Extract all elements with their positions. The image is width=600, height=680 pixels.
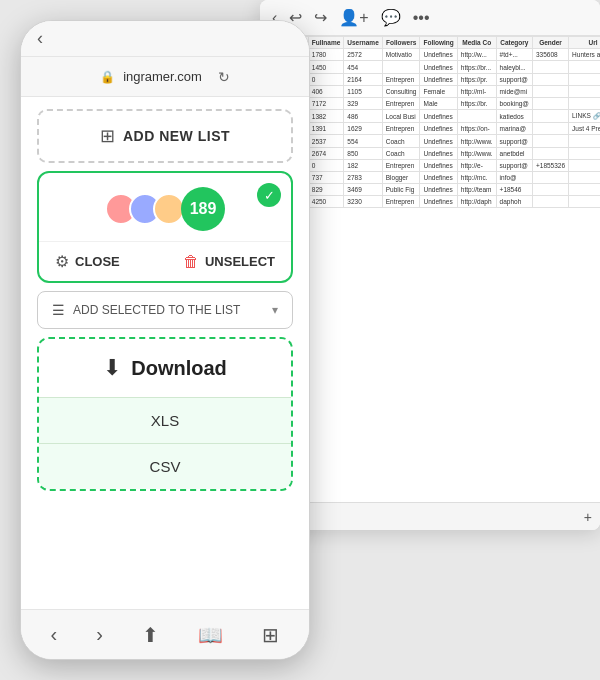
browser-address-bar[interactable]: 🔒 ingramer.com ↻ <box>21 57 309 97</box>
table-cell: Coach <box>382 135 420 148</box>
download-section: ⬇ Download XLS CSV <box>37 337 293 491</box>
col-header-gender: Gender <box>532 37 568 49</box>
table-cell <box>532 196 568 208</box>
table-cell: support@ <box>496 74 532 86</box>
table-cell: info@ <box>496 172 532 184</box>
table-cell: Undefines <box>420 49 457 61</box>
nav-tabs-icon[interactable]: ⊞ <box>254 619 287 651</box>
col-header-fullname: Fullname <box>308 37 344 49</box>
table-cell: https://br... <box>457 61 496 74</box>
col-header-following: Following <box>420 37 457 49</box>
spreadsheet-grid: Insta Id Fullname Username Followers Fol… <box>260 36 600 526</box>
table-cell <box>532 86 568 98</box>
table-cell: 2674 <box>308 148 344 160</box>
table-row: 1287118293469Public FigUndefineshttp://t… <box>261 184 601 196</box>
list-card: 189 ✓ ⚙ CLOSE 🗑 UNSELECT <box>37 171 293 283</box>
sheet-add-button[interactable]: + <box>584 509 592 525</box>
table-cell: #td+... <box>496 49 532 61</box>
nav-forward-icon[interactable]: › <box>88 619 111 650</box>
table-cell: Local Busi <box>382 110 420 123</box>
phone-top-bar: ‹ <box>21 21 309 57</box>
col-header-mediaco: Media Co <box>457 37 496 49</box>
table-cell: 4250 <box>308 196 344 208</box>
table-cell <box>532 61 568 74</box>
close-button-label: CLOSE <box>75 254 120 269</box>
table-cell: Undefines <box>420 110 457 123</box>
table-cell <box>569 61 600 74</box>
table-cell: Entrepren <box>382 160 420 172</box>
table-cell: 1105 <box>344 86 382 98</box>
nav-book-icon[interactable]: 📖 <box>190 619 231 651</box>
table-cell: http://www. <box>457 148 496 160</box>
add-selected-label: ☰ ADD SELECTED TO THE LIST <box>52 302 240 318</box>
phone-frame: ‹ 🔒 ingramer.com ↻ ⊞ ADD NEW LIST 189 ✓ <box>20 20 310 660</box>
table-cell: http://team <box>457 184 496 196</box>
csv-option[interactable]: CSV <box>39 443 291 489</box>
table-cell: Entrepren <box>382 196 420 208</box>
list-icon: ☰ <box>52 302 65 318</box>
table-cell: Hunters a <box>569 49 600 61</box>
table-cell: 1780 <box>308 49 344 61</box>
table-cell: Motivatio <box>382 49 420 61</box>
table-cell: Entrepren <box>382 98 420 110</box>
table-cell: 7172 <box>308 98 344 110</box>
nav-back-icon[interactable]: ‹ <box>43 619 66 650</box>
phone-back-icon[interactable]: ‹ <box>37 28 43 49</box>
table-cell: Female <box>420 86 457 98</box>
table-cell: http://daph <box>457 196 496 208</box>
unselect-button[interactable]: 🗑 UNSELECT <box>183 253 275 271</box>
table-cell: https://pr. <box>457 74 496 86</box>
table-cell: 486 <box>344 110 382 123</box>
table-cell: haleybl... <box>496 61 532 74</box>
table-row: 3621302164EntreprenUndefineshttps://pr.s… <box>261 74 601 86</box>
table-cell <box>532 110 568 123</box>
table-cell: Undefines <box>420 135 457 148</box>
table-cell: 1391 <box>308 123 344 135</box>
table-cell <box>569 196 600 208</box>
xls-option[interactable]: XLS <box>39 397 291 443</box>
table-row: 988082674850CoachUndefineshttp://www.ane… <box>261 148 601 160</box>
table-cell <box>532 148 568 160</box>
checkmark-badge: ✓ <box>257 183 281 207</box>
table-cell: 3230 <box>344 196 382 208</box>
table-cell: Undefines <box>420 172 457 184</box>
table-cell: marina@ <box>496 123 532 135</box>
add-new-list-button[interactable]: ⊞ ADD NEW LIST <box>37 109 293 163</box>
table-row: 1138097372783BloggerUndefineshttp://mc.i… <box>261 172 601 184</box>
table-row: 1095340182EntreprenUndefineshttp://e-sup… <box>261 160 601 172</box>
table-cell: Undefines <box>420 160 457 172</box>
table-cell <box>569 184 600 196</box>
redo-icon[interactable]: ↪ <box>314 8 327 27</box>
comment-icon[interactable]: 💬 <box>381 8 401 27</box>
table-cell: +1855326 <box>532 160 568 172</box>
phone-bottom-nav: ‹ › ⬆ 📖 ⊞ <box>21 609 309 659</box>
table-cell: http://mc. <box>457 172 496 184</box>
table-cell: daphoh <box>496 196 532 208</box>
table-cell: 2572 <box>344 49 382 61</box>
add-selected-text: ADD SELECTED TO THE LIST <box>73 303 240 317</box>
table-cell: https://on- <box>457 123 496 135</box>
download-icon: ⬇ <box>103 355 121 381</box>
more-icon[interactable]: ••• <box>413 9 430 27</box>
table-cell: https://br. <box>457 98 496 110</box>
table-cell: 2783 <box>344 172 382 184</box>
table-cell: 182 <box>344 160 382 172</box>
table-cell <box>569 135 600 148</box>
table-cell <box>532 172 568 184</box>
table-cell: 850 <box>344 148 382 160</box>
table-cell: support@ <box>496 135 532 148</box>
table-cell <box>569 160 600 172</box>
reload-icon[interactable]: ↻ <box>218 69 230 85</box>
download-header: ⬇ Download <box>39 339 291 397</box>
close-button[interactable]: ⚙ CLOSE <box>55 252 120 271</box>
count-badge: 189 <box>181 187 225 231</box>
table-cell: 737 <box>308 172 344 184</box>
unselect-button-label: UNSELECT <box>205 254 275 269</box>
add-person-icon[interactable]: 👤+ <box>339 8 368 27</box>
add-selected-bar[interactable]: ☰ ADD SELECTED TO THE LIST ▾ <box>37 291 293 329</box>
nav-share-icon[interactable]: ⬆ <box>134 619 167 651</box>
spreadsheet-background: ‹ ↩ ↪ 👤+ 💬 ••• Insta Id Fullname Usernam… <box>260 0 600 530</box>
table-cell: 1450 <box>308 61 344 74</box>
col-header-category: Category <box>496 37 532 49</box>
table-cell: Just 4 Prettb... <box>569 123 600 135</box>
